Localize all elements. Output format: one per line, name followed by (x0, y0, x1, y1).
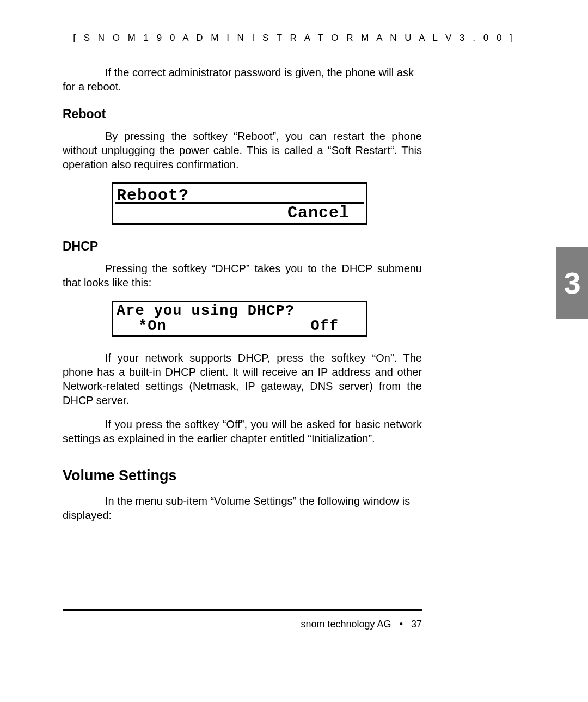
intro-paragraph: If the correct administrator password is… (63, 65, 422, 94)
lcd-dhcp-screen: Are you using DHCP? *On Off (112, 301, 367, 337)
reboot-paragraph: By pressing the softkey “Reboot”, you ca… (63, 129, 422, 172)
chapter-tab: 3 (556, 247, 588, 319)
chapter-number: 3 (564, 265, 580, 301)
manual-title: [ S N O M 1 9 0 A D M I N I S T R A T O … (73, 33, 515, 43)
page-header: [ S N O M 1 9 0 A D M I N I S T R A T O … (63, 33, 525, 44)
lcd-reboot-wrap: Reboot? Cancel (112, 182, 422, 225)
volume-settings-heading: Volume Settings (63, 467, 422, 484)
lcd-reboot-prompt: Reboot? (117, 187, 189, 204)
body-column: If the correct administrator password is… (63, 65, 422, 522)
volume-settings-paragraph: In the menu sub-item “Volume Settings” t… (63, 494, 422, 522)
dhcp-paragraph-1: Pressing the softkey “DHCP” takes you to… (63, 261, 422, 290)
lcd-dhcp-option-off: Off (310, 319, 339, 334)
lcd-reboot-cancel: Cancel (287, 205, 350, 221)
footer-separator: • (394, 619, 408, 630)
footer: snom technology AG • 37 (63, 619, 422, 630)
lcd-dhcp-prompt: Are you using DHCP? (117, 303, 295, 319)
dhcp-paragraph-2: If your network supports DHCP, press the… (63, 351, 422, 407)
reboot-heading: Reboot (63, 107, 422, 121)
footer-page-number: 37 (411, 619, 422, 630)
page: [ S N O M 1 9 0 A D M I N I S T R A T O … (0, 0, 588, 702)
footer-rule (63, 609, 422, 611)
dhcp-paragraph-3: If you press the softkey “Off”, you will… (63, 417, 422, 445)
lcd-dhcp-option-on: *On (138, 319, 167, 334)
lcd-reboot-screen: Reboot? Cancel (112, 182, 367, 225)
dhcp-heading: DHCP (63, 239, 422, 254)
footer-company: snom technology AG (301, 619, 391, 630)
lcd-dhcp-wrap: Are you using DHCP? *On Off (112, 301, 422, 337)
lcd-dhcp-options-row: *On Off (113, 319, 366, 334)
